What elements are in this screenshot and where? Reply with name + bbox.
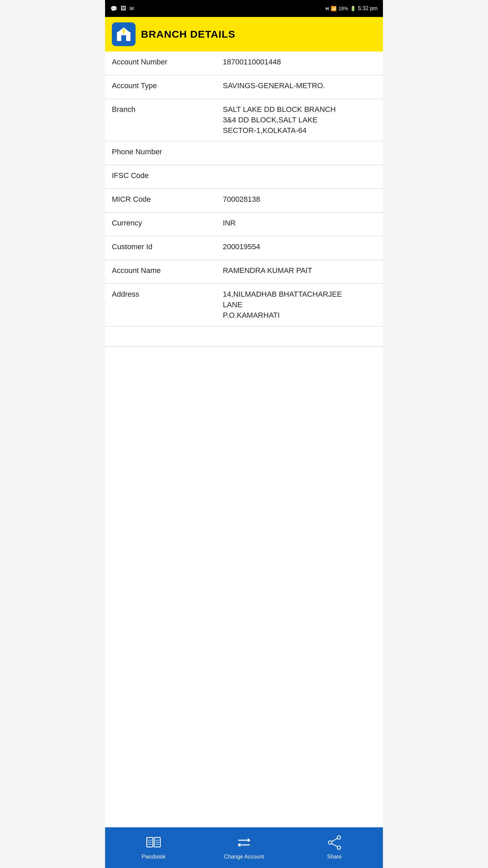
svg-line-22 (331, 844, 337, 847)
detail-row: Account Number18700110001448 (105, 52, 383, 75)
detail-label-2: Branch (112, 104, 223, 114)
detail-row: MICR Code700028138 (105, 189, 383, 213)
main-content: Account Number18700110001448Account Type… (105, 52, 383, 827)
time: 5:32 pm (358, 5, 378, 12)
detail-row: BranchSALT LAKE DD BLOCK BRANCH 3&4 DD B… (105, 99, 383, 141)
network-icon: H (326, 6, 329, 11)
passbook-label: Passbook (142, 854, 165, 860)
detail-row: Address14,NILMADHAB BHATTACHARJEE LANE P… (105, 284, 383, 326)
app-logo (112, 22, 136, 46)
bottom-nav: Passbook Change Account Share (105, 827, 383, 868)
svg-line-21 (331, 839, 337, 842)
detail-row: Customer Id200019554 (105, 236, 383, 260)
detail-value-5: 700028138 (223, 194, 376, 205)
signal-bars: 📶 (331, 6, 337, 11)
detail-value-7: 200019554 (223, 242, 376, 252)
battery-percent: 18% (339, 6, 348, 11)
detail-value-9: 14,NILMADHAB BHATTACHARJEE LANE P.O.KAMA… (223, 289, 376, 320)
detail-row: Account NameRAMENDRA KUMAR PAIT (105, 260, 383, 284)
status-bar: 💬 🖼 ✉ H 📶 18% 🔋 5:32 pm (105, 0, 383, 17)
status-left-icons: 💬 🖼 ✉ (110, 5, 134, 12)
passbook-icon (145, 834, 162, 851)
detail-row: CurrencyINR (105, 213, 383, 236)
svg-marker-17 (238, 843, 240, 847)
nav-passbook[interactable]: Passbook (108, 834, 199, 860)
whatsapp-icon: 💬 (110, 5, 117, 12)
detail-value-1: SAVINGS-GENERAL-METRO. (223, 81, 376, 91)
detail-label-8: Account Name (112, 265, 223, 275)
change-account-icon (236, 834, 252, 851)
change-account-label: Change Account (224, 854, 264, 860)
battery-icon: 🔋 (350, 6, 356, 11)
detail-label-5: MICR Code (112, 194, 223, 204)
gallery-icon: 🖼 (121, 5, 126, 12)
detail-label-7: Customer Id (112, 242, 223, 251)
detail-value-6: INR (223, 218, 376, 229)
detail-list: Account Number18700110001448Account Type… (105, 52, 383, 327)
detail-row: IFSC Code (105, 165, 383, 189)
svg-point-20 (328, 841, 332, 844)
detail-label-1: Account Type (112, 81, 223, 90)
detail-label-6: Currency (112, 218, 223, 228)
gmail-icon: ✉ (129, 5, 134, 12)
detail-value-8: RAMENDRA KUMAR PAIT (223, 265, 376, 276)
detail-value-2: SALT LAKE DD BLOCK BRANCH 3&4 DD BLOCK,S… (223, 104, 376, 136)
app-title: BRANCH DETAILS (141, 28, 235, 40)
detail-label-9: Address (112, 289, 223, 299)
detail-label-4: IFSC Code (112, 171, 223, 180)
detail-label-3: Phone Number (112, 147, 223, 156)
nav-change-account[interactable]: Change Account (199, 834, 289, 860)
detail-value-0: 18700110001448 (223, 57, 376, 67)
app-header: BRANCH DETAILS (105, 17, 383, 52)
share-label: Share (327, 854, 342, 860)
svg-point-19 (337, 846, 341, 849)
share-icon (326, 834, 343, 851)
status-right-info: H 📶 18% 🔋 5:32 pm (326, 5, 378, 12)
detail-row: Account TypeSAVINGS-GENERAL-METRO. (105, 75, 383, 99)
detail-row: Phone Number (105, 141, 383, 165)
detail-label-0: Account Number (112, 57, 223, 66)
svg-point-18 (337, 836, 341, 839)
svg-rect-2 (121, 35, 126, 41)
svg-marker-15 (248, 838, 250, 842)
nav-share[interactable]: Share (289, 834, 380, 860)
logo-svg (115, 26, 132, 43)
